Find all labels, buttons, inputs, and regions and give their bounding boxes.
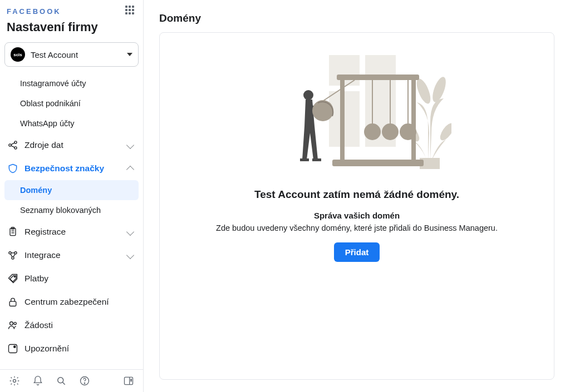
svg-point-0 bbox=[9, 144, 11, 146]
svg-point-31 bbox=[430, 75, 448, 103]
bell-icon[interactable] bbox=[32, 375, 43, 386]
svg-rect-48 bbox=[312, 158, 321, 161]
svg-point-44 bbox=[400, 123, 416, 140]
sidebar-group-label: Žádosti bbox=[24, 320, 135, 330]
person-icon bbox=[7, 319, 19, 331]
share-nodes-icon bbox=[7, 139, 19, 151]
lock-icon bbox=[7, 296, 19, 308]
svg-point-15 bbox=[14, 322, 16, 325]
search-icon[interactable] bbox=[56, 375, 67, 386]
chevron-down-icon bbox=[126, 141, 134, 149]
svg-point-49 bbox=[312, 100, 333, 121]
caret-down-icon bbox=[127, 53, 132, 56]
svg-line-4 bbox=[11, 146, 14, 147]
sidebar-group-registration[interactable]: Registrace bbox=[4, 220, 139, 244]
chevron-down-icon bbox=[126, 251, 134, 259]
svg-point-19 bbox=[58, 378, 63, 383]
svg-point-42 bbox=[382, 123, 399, 140]
sidebar-group-integrations[interactable]: Integrace bbox=[4, 244, 139, 267]
empty-state-illustration bbox=[262, 49, 451, 177]
chevron-down-icon bbox=[126, 228, 134, 236]
svg-rect-47 bbox=[300, 158, 309, 161]
clipboard-icon bbox=[7, 226, 19, 238]
sidebar-item-domains[interactable]: Domény bbox=[4, 180, 139, 200]
sidebar-group-label: Integrace bbox=[24, 250, 127, 260]
sidebar-item-business-area[interactable]: Oblast podnikání bbox=[4, 93, 139, 113]
account-name: Test Account bbox=[31, 50, 78, 59]
svg-point-22 bbox=[84, 383, 85, 384]
sidebar-group-label: Centrum zabezpečení bbox=[24, 297, 135, 307]
svg-rect-36 bbox=[411, 77, 416, 161]
integration-icon bbox=[7, 249, 19, 261]
sidebar-group-label: Registrace bbox=[24, 227, 127, 237]
nav-list: Instagramové účty Oblast podnikání Whats… bbox=[0, 73, 143, 369]
svg-point-25 bbox=[131, 379, 132, 380]
chevron-up-icon bbox=[126, 166, 134, 173]
account-selector[interactable]: scls Test Account bbox=[4, 42, 139, 67]
svg-rect-13 bbox=[9, 301, 16, 306]
sidebar-group-label: Bezpečnost značky bbox=[24, 163, 127, 173]
sidebar-group-label: Platby bbox=[24, 274, 135, 284]
sidebar-item-whatsapp-accounts[interactable]: WhatsApp účty bbox=[4, 113, 139, 133]
bell-box-icon bbox=[7, 343, 19, 355]
apps-grid-icon[interactable] bbox=[125, 6, 136, 17]
shield-icon bbox=[7, 162, 19, 175]
sidebar: FACEBOOK Nastavení firmy scls Test Accou… bbox=[0, 0, 144, 392]
svg-rect-16 bbox=[9, 345, 17, 353]
help-icon[interactable] bbox=[79, 375, 90, 386]
sidebar-group-label: Upozornění bbox=[24, 344, 135, 354]
svg-line-3 bbox=[11, 143, 14, 145]
empty-state-title: Test Account zatím nemá žádné domény. bbox=[254, 188, 459, 201]
sidebar-group-notifications[interactable]: Upozornění bbox=[4, 337, 139, 360]
sidebar-group-data-sources[interactable]: Zdroje dat bbox=[4, 133, 139, 157]
svg-rect-37 bbox=[337, 75, 419, 80]
settings-gear-icon[interactable] bbox=[9, 375, 20, 386]
svg-point-33 bbox=[438, 121, 451, 143]
svg-point-2 bbox=[14, 147, 17, 149]
sidebar-item-instagram-accounts[interactable]: Instagramové účty bbox=[4, 73, 139, 93]
page-title: Nastavení firmy bbox=[7, 19, 136, 40]
panel-toggle-icon[interactable] bbox=[123, 375, 134, 386]
svg-point-1 bbox=[14, 141, 17, 143]
svg-rect-38 bbox=[332, 160, 424, 166]
svg-point-26 bbox=[131, 380, 132, 381]
svg-point-40 bbox=[364, 123, 381, 140]
sidebar-item-blocklists[interactable]: Seznamy blokovaných bbox=[4, 200, 139, 220]
main-title: Domény bbox=[159, 12, 554, 24]
svg-point-30 bbox=[414, 77, 434, 105]
sidebar-footer bbox=[0, 369, 143, 392]
sidebar-group-brand-safety[interactable]: Bezpečnost značky bbox=[4, 157, 139, 180]
account-avatar: scls bbox=[11, 47, 25, 62]
sidebar-group-security-center[interactable]: Centrum zabezpečení bbox=[4, 290, 139, 314]
add-button[interactable]: Přidat bbox=[334, 242, 380, 262]
tag-icon bbox=[7, 272, 19, 285]
svg-point-14 bbox=[10, 322, 13, 325]
svg-line-20 bbox=[63, 383, 65, 385]
main-content: Domény bbox=[144, 0, 570, 392]
empty-state-subtitle: Správa vašich domén bbox=[314, 211, 400, 220]
content-card: Test Account zatím nemá žádné domény. Sp… bbox=[159, 32, 554, 380]
sidebar-group-payments[interactable]: Platby bbox=[4, 267, 139, 290]
svg-point-46 bbox=[303, 90, 313, 100]
svg-point-12 bbox=[14, 276, 16, 277]
empty-state-description: Zde budou uvedeny všechny domény, které … bbox=[216, 224, 498, 232]
sidebar-group-requests[interactable]: Žádosti bbox=[4, 314, 139, 337]
brand-logo: FACEBOOK bbox=[7, 7, 61, 16]
sidebar-group-label: Zdroje dat bbox=[24, 140, 127, 150]
svg-point-18 bbox=[13, 380, 16, 383]
svg-point-17 bbox=[14, 346, 16, 348]
